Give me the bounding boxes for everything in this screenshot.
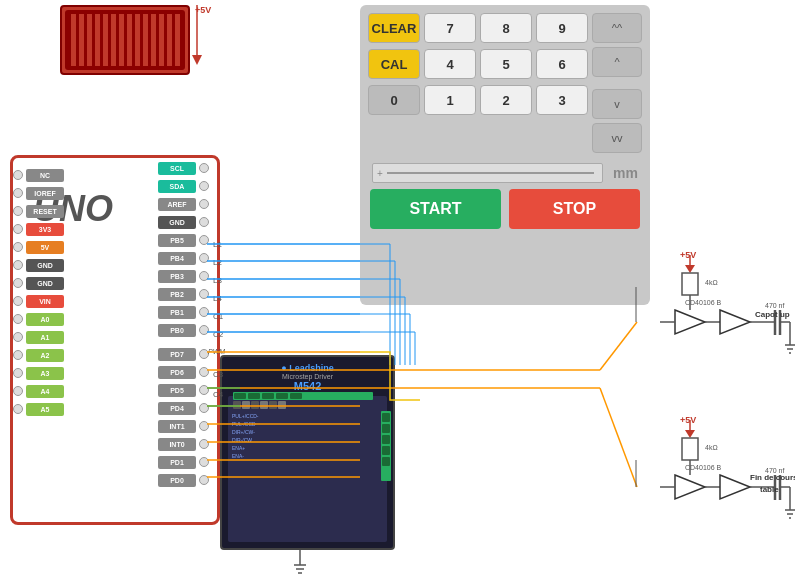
stop-button[interactable]: STOP: [509, 189, 640, 229]
pin-circle-gnd-r: [199, 217, 209, 227]
pin-a4: A4: [13, 383, 64, 399]
pin-box-5v: 5V: [26, 241, 64, 254]
svg-rect-39: [682, 438, 698, 460]
pin-a2: A2: [13, 347, 64, 363]
arrow-down-double[interactable]: vv: [592, 123, 642, 153]
key-4[interactable]: 4: [424, 49, 476, 79]
wire-label-c1: C1: [213, 312, 223, 321]
arduino-module: sparkfun: [60, 5, 190, 75]
pin-circle-pb4: [199, 253, 209, 263]
pin-circle-5v: [13, 242, 23, 252]
key-7[interactable]: 7: [424, 13, 476, 43]
pin-box-a1: A1: [26, 331, 64, 344]
pin-sda: SDA: [158, 178, 209, 194]
keypad-grid: CLEAR 7 8 9 CAL 4 5 6 0 1 2 3: [368, 13, 588, 153]
svg-text:sparkfun: sparkfun: [105, 36, 136, 45]
pin-pb3: PB3: [158, 268, 209, 284]
pin-box-pb5: PB5: [158, 234, 196, 247]
start-button[interactable]: START: [370, 189, 501, 229]
pin-gnd2: GND: [13, 275, 64, 291]
right-pins: SCL SDA AREF GND PB5 PB4 PB3 PB2: [158, 160, 209, 488]
pin-circle-pd1: [199, 457, 209, 467]
pin-circle-ioref: [13, 188, 23, 198]
pin-circle-pb0: [199, 325, 209, 335]
pin-pb5: PB5: [158, 232, 209, 248]
pin-pb4: PB4: [158, 250, 209, 266]
pin-box-pd4: PD4: [158, 402, 196, 415]
svg-rect-6: [105, 28, 145, 52]
pin-box-ioref: IOREF: [26, 187, 64, 200]
svg-marker-24: [720, 310, 750, 334]
pin-circle-3v3: [13, 224, 23, 234]
pin-box-int1: INT1: [158, 420, 196, 433]
circuit-top-vcc: +5V: [680, 250, 696, 260]
pwm-label: PWM: [208, 348, 225, 355]
arrow-down-single[interactable]: v: [592, 89, 642, 119]
svg-text:table: table: [760, 485, 779, 494]
svg-marker-45: [720, 475, 750, 499]
key-clear[interactable]: CLEAR: [368, 13, 420, 43]
svg-text:470 nf: 470 nf: [765, 302, 785, 309]
wire-label-c2: C2: [213, 330, 223, 339]
pin-box-pb1: PB1: [158, 306, 196, 319]
pin-circle-a4: [13, 386, 23, 396]
pin-pb0: PB0: [158, 322, 209, 338]
key-cal[interactable]: CAL: [368, 49, 420, 79]
pin-box-pd7: PD7: [158, 348, 196, 361]
key-5[interactable]: 5: [480, 49, 532, 79]
leadshine-type: Microstep Driver: [282, 373, 333, 380]
pin-circle-nc: [13, 170, 23, 180]
pin-circle-a3: [13, 368, 23, 378]
pin-a3: A3: [13, 365, 64, 381]
svg-text:CD40106 B: CD40106 B: [685, 464, 722, 471]
key-0[interactable]: 0: [368, 85, 420, 115]
pin-circle-int1: [199, 421, 209, 431]
pin-circle-pd5: [199, 385, 209, 395]
pin-box-3v3: 3V3: [26, 223, 64, 236]
pin-circle-pb1: [199, 307, 209, 317]
leadshine-logo: ● Leadshine: [281, 363, 333, 373]
leadshine-driver: ● Leadshine Microstep Driver M542: [220, 355, 395, 550]
svg-marker-17: [685, 265, 695, 273]
pin-circle-gnd2: [13, 278, 23, 288]
key-2[interactable]: 2: [480, 85, 532, 115]
pin-pb2: PB2: [158, 286, 209, 302]
pin-circle-scl: [199, 163, 209, 173]
svg-rect-1: [70, 15, 180, 65]
pin-box-aref: AREF: [158, 198, 196, 211]
pin-box-sda: SDA: [158, 180, 196, 193]
pin-5v: 5V: [13, 239, 64, 255]
pin-circle-pd6: [199, 367, 209, 377]
pin-int1: INT1: [158, 418, 209, 434]
pin-3v3: 3V3: [13, 221, 64, 237]
pin-box-int0: INT0: [158, 438, 196, 451]
pin-box-pd0: PD0: [158, 474, 196, 487]
pin-box-gnd2: GND: [26, 277, 64, 290]
key-3[interactable]: 3: [536, 85, 588, 115]
pin-box-gnd1: GND: [26, 259, 64, 272]
pin-gnd-r: GND: [158, 214, 209, 230]
key-8[interactable]: 8: [480, 13, 532, 43]
key-6[interactable]: 6: [536, 49, 588, 79]
circuit-bottom-svg: 4kΩ CD40106 B 470 nf Fin de course: [630, 420, 795, 560]
wire-label-l3: L3: [213, 276, 222, 285]
leadshine-model: M542: [294, 380, 322, 392]
wire-label-c3: C3: [213, 370, 223, 379]
pin-pd0: PD0: [158, 472, 209, 488]
pin-circle-reset: [13, 206, 23, 216]
pin-reset: RESET: [13, 203, 64, 219]
svg-rect-0: [65, 10, 185, 70]
key-1[interactable]: 1: [424, 85, 476, 115]
pin-circle-pd4: [199, 403, 209, 413]
pin-circle-vin: [13, 296, 23, 306]
arrow-up-double[interactable]: ^^: [592, 13, 642, 43]
pin-circle-sda: [199, 181, 209, 191]
pin-circle-a2: [13, 350, 23, 360]
pin-box-a0: A0: [26, 313, 64, 326]
circuit-top-svg: 4kΩ CD40106 B 470 nf: [630, 255, 795, 385]
arrow-up-single[interactable]: ^: [592, 47, 642, 77]
pin-box-nc: NC: [26, 169, 64, 182]
pin-a5: A5: [13, 401, 64, 417]
pin-box-pd5: PD5: [158, 384, 196, 397]
key-9[interactable]: 9: [536, 13, 588, 43]
